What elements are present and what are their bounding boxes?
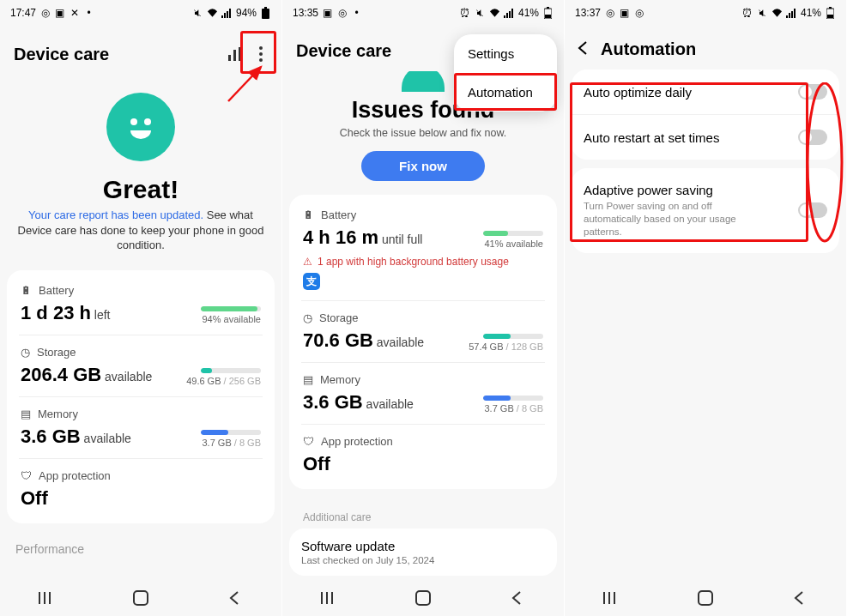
battery-icon	[260, 8, 271, 19]
status-bar: 13:35 ▣ ◎ • ⏰︎ 🔇︎ 41%	[282, 0, 564, 26]
nav-home[interactable]	[680, 590, 731, 606]
screen-automation: 13:37 ◎ ▣ ◎ ⏰︎ 🔇︎ 41% Automation Auto op…	[565, 0, 847, 616]
nav-back[interactable]	[209, 591, 260, 605]
wifi-icon	[207, 8, 218, 19]
svg-rect-5	[134, 591, 148, 605]
face-icon-partial	[402, 71, 445, 92]
memory-detail: 3.7 GB / 8 GB	[485, 403, 544, 414]
status-time: 13:37	[575, 7, 601, 19]
nav-home[interactable]	[397, 590, 449, 606]
adaptive-power-sub: Turn Power saving on and off automatical…	[584, 200, 764, 239]
memory-icon: ▤	[21, 408, 31, 420]
status-headline: Great!	[0, 175, 281, 204]
metrics-card: 🔋︎Battery 1 d 23 h left 94% available ◷S…	[7, 270, 275, 523]
memory-row[interactable]: ▤Memory 3.6 GB available 3.7 GB / 8 GB	[19, 396, 263, 458]
battery-row[interactable]: 🔋︎Battery 4 h 16 m until full 41% availa…	[301, 198, 545, 300]
signal-icon	[504, 8, 515, 19]
shield-icon: 🛡︎	[21, 469, 32, 482]
software-update-row[interactable]: Software update Last checked on July 15,…	[289, 528, 557, 576]
page-title: Automation	[601, 39, 834, 59]
memory-label: Memory	[38, 408, 78, 420]
wifi-icon	[771, 8, 783, 19]
status-bar: 13:37 ◎ ▣ ◎ ⏰︎ 🔇︎ 41%	[565, 0, 846, 26]
app-icon-alipay[interactable]: 支	[303, 273, 320, 290]
nav-back[interactable]	[773, 591, 825, 605]
status-icon-generic: ◎	[633, 8, 644, 19]
storage-icon: ◷	[303, 311, 312, 324]
svg-rect-14	[699, 591, 712, 605]
status-icon-generic: ◎	[39, 8, 51, 19]
battery-meter	[201, 306, 261, 311]
image-icon: ▣	[619, 8, 630, 19]
battery-unit: left	[91, 308, 111, 322]
issues-subtitle: Check the issue below and fix now.	[282, 127, 564, 139]
nav-bar	[282, 580, 564, 616]
adaptive-power-label: Adaptive power saving	[584, 183, 764, 197]
nav-back[interactable]	[491, 591, 542, 605]
status-battery-text: 41%	[518, 7, 539, 19]
auto-restart-row[interactable]: Auto restart at set times	[572, 114, 839, 160]
more-options-button[interactable]	[254, 41, 268, 67]
menu-item-settings[interactable]: Settings	[454, 34, 557, 73]
care-report-link[interactable]: Your care report has been updated.	[28, 208, 203, 221]
auto-optimize-row[interactable]: Auto optimize daily	[572, 69, 839, 114]
storage-row[interactable]: ◷Storage 70.6 GB available 57.4 GB / 128…	[301, 300, 545, 362]
nav-recents[interactable]	[586, 592, 638, 604]
auto-restart-toggle[interactable]	[798, 130, 827, 145]
more-status-icon: •	[83, 8, 94, 19]
memory-row[interactable]: ▤Memory 3.6 GB available 3.7 GB / 8 GB	[301, 362, 545, 424]
status-icon-generic: ◎	[604, 8, 615, 19]
battery-icon: 🔋︎	[21, 284, 32, 297]
nav-recents[interactable]	[21, 592, 73, 604]
nav-recents[interactable]	[304, 592, 355, 604]
overflow-menu: Settings Automation	[454, 34, 557, 112]
memory-value: 3.6 GB	[303, 391, 363, 413]
adaptive-power-toggle[interactable]	[798, 202, 827, 218]
auto-restart-label: Auto restart at set times	[584, 130, 719, 145]
signal-icon	[221, 8, 233, 19]
memory-value: 3.6 GB	[21, 426, 81, 447]
storage-meter	[483, 334, 543, 339]
battery-value: 4 h 16 m	[303, 226, 378, 248]
fix-now-button[interactable]: Fix now	[361, 151, 485, 181]
status-battery-text: 94%	[236, 7, 257, 19]
battery-icon: 🔋︎	[303, 208, 314, 221]
adaptive-power-row[interactable]: Adaptive power saving Turn Power saving …	[572, 168, 839, 253]
svg-rect-0	[264, 7, 267, 9]
automation-list-1: Auto optimize daily Auto restart at set …	[572, 69, 839, 160]
back-button[interactable]	[577, 40, 589, 59]
software-update-subtitle: Last checked on July 15, 2024	[301, 555, 545, 565]
memory-detail: 3.7 GB / 8 GB	[203, 438, 262, 448]
svg-point-2	[130, 118, 137, 125]
app-protection-value: Off	[303, 453, 330, 475]
app-protection-value: Off	[21, 487, 48, 510]
nav-home[interactable]	[115, 590, 166, 606]
auto-optimize-toggle[interactable]	[798, 84, 827, 100]
mute-icon: 🔇︎	[192, 8, 203, 19]
status-icon-generic: ◎	[336, 8, 348, 19]
screen-device-care-main: 17:47 ◎ ▣ ✕ • 🔇︎ 94% Device care	[0, 0, 282, 616]
app-protection-row[interactable]: 🛡︎App protection Off	[19, 458, 263, 520]
memory-unit: available	[81, 432, 131, 445]
auto-optimize-label: Auto optimize daily	[584, 85, 692, 100]
alarm-icon: ⏰︎	[460, 8, 471, 19]
chart-bars-icon[interactable]	[227, 47, 244, 61]
app-protection-row[interactable]: 🛡︎App protection Off	[301, 424, 545, 486]
battery-available: 94% available	[203, 314, 262, 324]
battery-available: 41% available	[485, 239, 544, 249]
mute-icon: 🔇︎	[475, 8, 486, 19]
battery-label: Battery	[321, 208, 356, 221]
svg-rect-1	[262, 9, 269, 19]
battery-row[interactable]: 🔋︎Battery 1 d 23 h left 94% available	[19, 274, 263, 335]
memory-meter	[201, 430, 261, 435]
status-panel: Great! Your care report has been updated…	[0, 93, 281, 270]
storage-value: 70.6 GB	[303, 329, 373, 351]
storage-row[interactable]: ◷Storage 206.4 GB available 49.6 GB / 25…	[19, 335, 263, 396]
memory-unit: available	[363, 397, 414, 411]
signal-icon	[786, 8, 797, 19]
performance-header: Performance	[0, 530, 281, 558]
status-battery-text: 41%	[801, 7, 821, 19]
alarm-icon: ⏰︎	[742, 8, 753, 19]
menu-item-automation[interactable]: Automation	[454, 73, 557, 112]
battery-unit: until full	[378, 233, 422, 246]
